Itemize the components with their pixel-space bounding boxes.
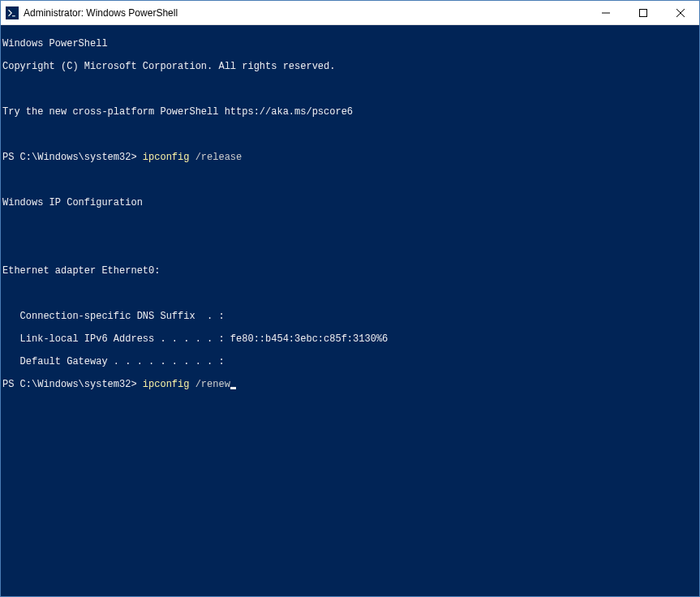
command-arg: /renew (195, 379, 230, 390)
minimize-button[interactable] (587, 1, 625, 24)
output-text: Link-local IPv6 Address . . . . . : fe80… (2, 333, 388, 345)
prompt: PS C:\Windows\system32> (2, 152, 143, 163)
output-text: Default Gateway . . . . . . . . . : (2, 356, 225, 367)
window-controls (587, 1, 699, 24)
close-button[interactable] (662, 1, 699, 24)
window-title: Administrator: Windows PowerShell (24, 7, 587, 19)
powershell-window: Administrator: Windows PowerShell Window… (0, 0, 700, 597)
titlebar[interactable]: Administrator: Windows PowerShell (1, 1, 699, 25)
output-text: Windows IP Configuration (2, 197, 143, 208)
command-arg: /release (195, 152, 243, 163)
command: ipconfig (143, 152, 195, 163)
terminal-text: Try the new cross-platform PowerShell ht… (2, 106, 353, 118)
terminal-text: Copyright (C) Microsoft Corporation. All… (2, 61, 335, 72)
output-text: Connection-specific DNS Suffix . : (2, 311, 225, 322)
svg-rect-2 (640, 9, 647, 16)
output-text: Ethernet adapter Ethernet0: (2, 265, 160, 277)
cursor (230, 387, 236, 389)
terminal-text: Windows PowerShell (2, 38, 108, 49)
maximize-button[interactable] (625, 1, 662, 24)
terminal-area[interactable]: Windows PowerShell Copyright (C) Microso… (1, 25, 699, 596)
command: ipconfig (143, 379, 195, 390)
prompt: PS C:\Windows\system32> (2, 379, 143, 390)
powershell-icon (6, 6, 19, 19)
